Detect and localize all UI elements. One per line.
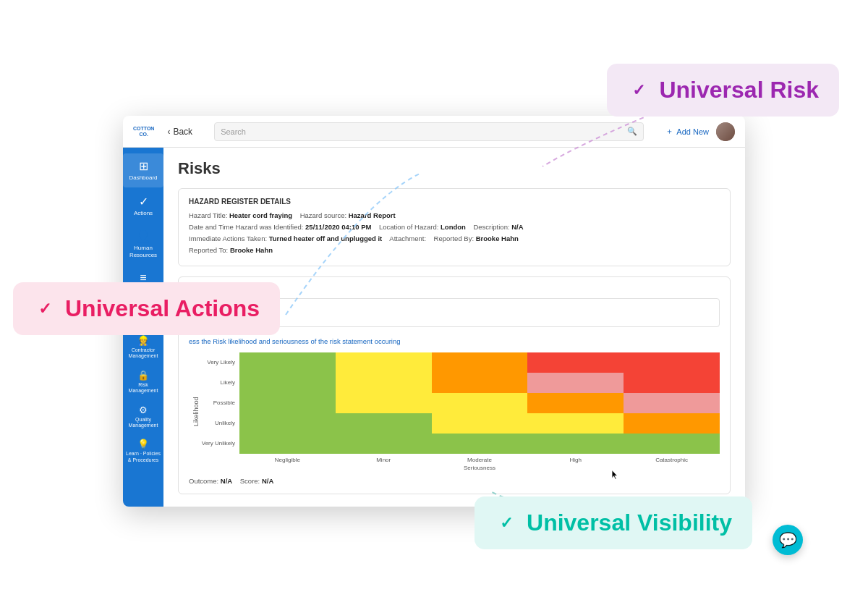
matrix-row-unlikely: Unlikely [200, 413, 720, 434]
search-placeholder: Search [221, 127, 627, 136]
cell-l-5[interactable] [624, 373, 720, 393]
actions-badge-label: Universal Actions [65, 295, 260, 322]
cells-very-likely [239, 352, 720, 373]
sidebar-item-policies[interactable]: 💡 Learn · Policies & Procedures [123, 434, 163, 468]
matrix-row-very-likely: Very Likely [200, 352, 720, 373]
cell-vl-1[interactable] [239, 352, 336, 373]
cell-vu-3[interactable] [432, 434, 528, 454]
risk-badge-label: Universal Risk [659, 77, 819, 103]
human-resources-icon: 👤 [136, 229, 150, 243]
cells-very-unlikely [239, 434, 720, 454]
sidebar-item-dashboard[interactable]: ⊞ Dashboard [123, 153, 163, 187]
cell-vl-4[interactable] [527, 352, 624, 373]
row-label-very-unlikely: Very Unlikely [200, 434, 239, 454]
sidebar-label-actions: Actions [134, 210, 153, 217]
search-bar[interactable]: Search 🔍 [214, 122, 644, 141]
row-label-unlikely: Unlikely [200, 413, 239, 434]
sidebar-label-dashboard: Dashboard [129, 174, 157, 182]
x-label-5: Catastrophic [624, 457, 720, 463]
actions-icon: ✓ [139, 195, 148, 208]
row-label-likely: Likely [200, 373, 239, 393]
contractor-icon: 👷 [137, 335, 149, 346]
cell-l-2[interactable] [336, 373, 432, 393]
universal-actions-badge: ✓ Universal Actions [13, 282, 280, 335]
cell-l-4[interactable] [527, 373, 624, 393]
top-bar: COTTON CO. ‹ Back Search 🔍 ＋ Add New [123, 116, 745, 148]
y-axis-label: Likelihood [189, 352, 200, 471]
back-button[interactable]: ‹ Back [167, 127, 192, 137]
matrix-row-likely: Likely [200, 373, 720, 393]
cell-vu-2[interactable] [336, 434, 432, 454]
logo: COTTON CO. [133, 126, 154, 137]
hazard-row-1: Hazard Title: Heater cord fraying Hazard… [189, 210, 720, 221]
cell-vu-1[interactable] [239, 434, 336, 454]
matrix-rows: Very Likely [200, 352, 720, 454]
cell-p-4[interactable] [527, 393, 624, 413]
visibility-check-icon: ✓ [495, 512, 518, 535]
sidebar-label-contractor: Contractor Management [126, 347, 161, 360]
chat-bubble-button[interactable]: 💬 [773, 525, 803, 555]
matrix-row-possible: Possible [200, 393, 720, 413]
risk-icon: 🔒 [137, 370, 149, 381]
x-label-1: Negligible [239, 457, 336, 463]
outcome-row: Outcome: N/A Score: N/A [189, 477, 720, 485]
matrix-row-very-unlikely: Very Unlikely [200, 434, 720, 454]
cell-p-1[interactable] [239, 393, 336, 413]
policies-icon: 💡 [137, 439, 149, 449]
row-label-possible: Possible [200, 393, 239, 413]
quality-icon: ⚙ [139, 405, 148, 415]
matrix-instruction: ess the Risk likelihood and seriousness … [189, 337, 720, 345]
back-chevron-icon: ‹ [167, 127, 170, 137]
cell-u-5[interactable] [624, 413, 720, 434]
cell-p-5[interactable] [624, 393, 720, 413]
x-label-4: High [527, 457, 624, 463]
cell-vl-2[interactable] [336, 352, 432, 373]
cells-possible [239, 393, 720, 413]
risk-check-icon: ✓ [627, 79, 650, 102]
cell-vl-5[interactable] [624, 352, 720, 373]
cell-p-3[interactable] [432, 393, 528, 413]
avatar[interactable] [716, 122, 735, 141]
row-label-very-likely: Very Likely [200, 352, 239, 373]
matrix-x-labels: Negligible Minor Moderate High Catastrop… [239, 457, 720, 463]
cell-l-1[interactable] [239, 373, 336, 393]
logo-line2: CO. [139, 132, 148, 138]
hazard-register-card: HAZARD REGISTER DETAILS Hazard Title: He… [178, 188, 731, 266]
cell-l-3[interactable] [432, 373, 528, 393]
sidebar-item-risk[interactable]: 🔒 Risk Management [123, 365, 163, 399]
sidebar-item-human-resources[interactable]: 👤 Human Resources [123, 224, 163, 264]
sidebar-label-policies: Learn · Policies & Procedures [126, 451, 161, 463]
cell-u-2[interactable] [336, 413, 432, 434]
sidebar-label-risk: Risk Management [126, 382, 161, 394]
x-label-3: Moderate [432, 457, 528, 463]
cell-vu-5[interactable] [624, 434, 720, 454]
logo-line1: COTTON [133, 126, 154, 132]
sidebar-item-contractor[interactable]: 👷 Contractor Management [123, 331, 163, 364]
actions-check-icon: ✓ [33, 297, 56, 321]
chat-icon: 💬 [779, 531, 797, 549]
hazard-register-title: HAZARD REGISTER DETAILS [189, 198, 720, 206]
cells-likely [239, 373, 720, 393]
add-new-button[interactable]: ＋ Add New [665, 126, 709, 137]
x-label-2: Minor [336, 457, 432, 463]
sidebar-item-actions[interactable]: ✓ Actions [123, 189, 163, 223]
cell-u-1[interactable] [239, 413, 336, 434]
hazard-row-3: Immediate Actions Taken: Turned heater o… [189, 233, 720, 245]
cell-vu-4[interactable] [527, 434, 624, 454]
risk-matrix: Likelihood Very Likely [189, 352, 720, 471]
sidebar-label-hr: Human Resources [126, 245, 161, 258]
dashboard-icon: ⊞ [139, 159, 148, 173]
sidebar-item-quality[interactable]: ⚙ Quality Management [123, 400, 163, 434]
page-title: Risks [178, 159, 731, 178]
cell-u-3[interactable] [432, 413, 528, 434]
matrix-inner: Very Likely [200, 352, 720, 471]
seriousness-label: Seriousness [239, 465, 720, 471]
hazard-row-2: Date and Time Hazard was Identified: 25/… [189, 221, 720, 233]
cell-vl-3[interactable] [432, 352, 528, 373]
cell-p-2[interactable] [336, 393, 432, 413]
cell-u-4[interactable] [527, 413, 624, 434]
cells-unlikely [239, 413, 720, 434]
avatar-image [716, 122, 735, 141]
universal-visibility-badge: ✓ Universal Visibility [475, 496, 752, 549]
universal-risk-badge: ✓ Universal Risk [607, 64, 839, 117]
